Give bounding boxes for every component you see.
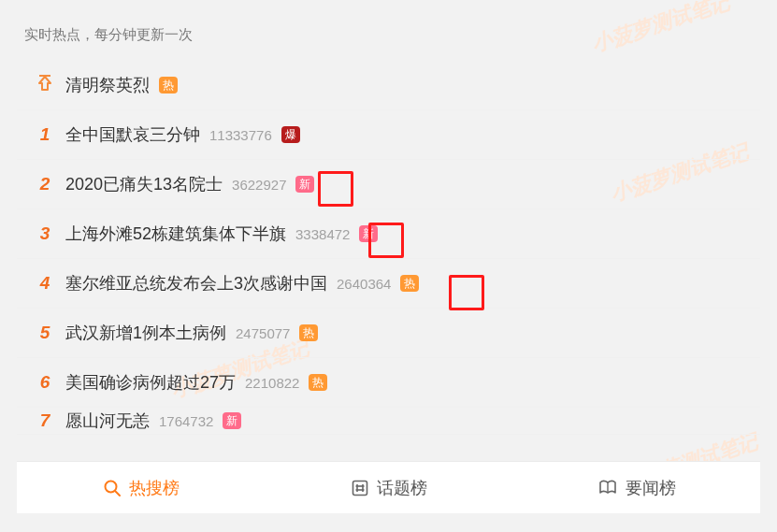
tab-label: 热搜榜	[129, 477, 180, 499]
pin-top-icon	[24, 75, 65, 96]
item-title: 清明祭英烈	[65, 74, 150, 96]
hot-list: 清明祭英烈 热 1 全中国默哀三分钟 11333776 爆 2 2020已痛失1…	[17, 61, 760, 435]
item-count: 2640364	[337, 276, 391, 292]
news-icon	[597, 479, 618, 497]
list-item[interactable]: 5 武汉新增1例本土病例 2475077 热	[17, 309, 760, 358]
list-item[interactable]: 4 塞尔维亚总统发布会上3次感谢中国 2640364 热	[17, 259, 760, 309]
tab-news[interactable]: 要闻榜	[512, 462, 760, 513]
rank-number: 7	[24, 410, 65, 431]
item-title: 塞尔维亚总统发布会上3次感谢中国	[65, 272, 327, 295]
hot-list-container: 实时热点，每分钟更新一次 清明祭英烈 热 1 全中国默哀三分钟 11333776…	[17, 26, 760, 435]
item-count: 2475077	[236, 325, 290, 341]
item-title: 全中国默哀三分钟	[65, 123, 200, 146]
item-count: 3338472	[295, 226, 350, 242]
list-item[interactable]: 2 2020已痛失13名院士 3622927 新	[17, 160, 760, 209]
list-item[interactable]: 1 全中国默哀三分钟 11333776 爆	[17, 110, 760, 160]
list-item[interactable]: 3 上海外滩52栋建筑集体下半旗 3338472 新	[17, 209, 760, 259]
list-item-pinned[interactable]: 清明祭英烈 热	[17, 61, 760, 110]
item-title: 2020已痛失13名院士	[65, 173, 223, 195]
tab-label: 要闻榜	[626, 477, 676, 499]
rank-number: 1	[24, 124, 65, 145]
tab-label: 话题榜	[377, 477, 427, 499]
rank-number: 5	[24, 323, 65, 343]
badge-hot: 热	[309, 374, 327, 391]
tab-topics[interactable]: 话题榜	[265, 462, 512, 513]
header-text: 实时热点，每分钟更新一次	[24, 26, 760, 44]
rank-number: 2	[24, 174, 65, 194]
rank-number: 3	[24, 223, 65, 244]
item-title: 武汉新增1例本土病例	[65, 322, 226, 344]
list-item[interactable]: 6 美国确诊病例超过27万 2210822 热	[17, 358, 760, 408]
badge-new: 新	[223, 412, 241, 429]
badge-boom: 爆	[281, 126, 300, 143]
item-count: 1764732	[159, 413, 213, 429]
tab-hot-search[interactable]: 热搜榜	[17, 462, 265, 513]
item-title: 愿山河无恙	[65, 410, 150, 432]
rank-number: 4	[24, 273, 65, 294]
item-count: 2210822	[245, 375, 299, 391]
item-count: 3622927	[232, 177, 286, 193]
item-count: 11333776	[209, 127, 272, 143]
svg-rect-3	[353, 481, 367, 495]
rank-number: 6	[24, 372, 65, 393]
item-title: 上海外滩52栋建筑集体下半旗	[65, 223, 286, 245]
badge-new: 新	[359, 225, 378, 242]
hashtag-icon	[351, 479, 369, 497]
bottom-tabs: 热搜榜 话题榜 要闻榜	[17, 461, 760, 513]
list-item[interactable]: 7 愿山河无恙 1764732 新	[17, 408, 760, 435]
badge-new: 新	[295, 176, 314, 193]
badge-hot: 热	[400, 275, 419, 292]
search-icon	[103, 479, 122, 497]
badge-hot: 热	[299, 324, 318, 341]
badge-hot: 热	[159, 77, 178, 93]
item-title: 美国确诊病例超过27万	[65, 371, 236, 394]
svg-line-2	[115, 491, 120, 496]
